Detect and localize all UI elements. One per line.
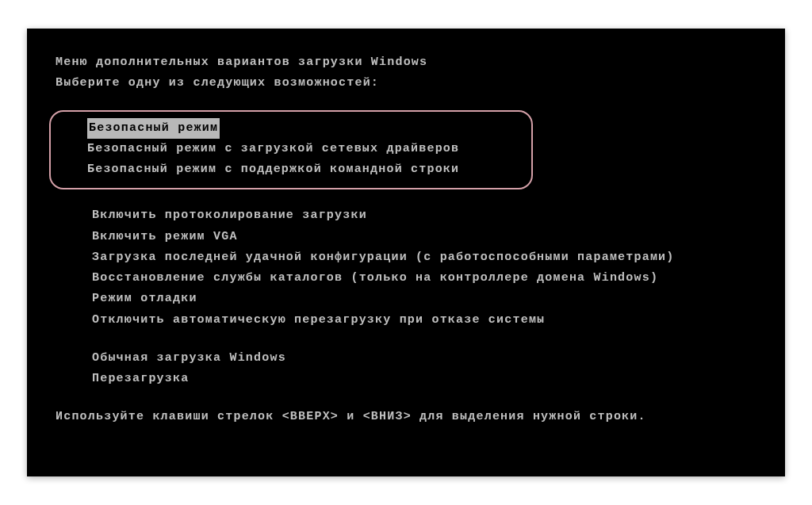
instructions-footer: Используйте клавиши стрелок <ВВЕРХ> и <В… [56,407,756,427]
option-vga-mode[interactable]: Включить режим VGA [92,227,756,247]
menu-subtitle: Выберите одну из следующих возможностей: [56,73,756,94]
option-last-known-good[interactable]: Загрузка последней удачной конфигурации … [92,247,756,268]
boot-menu-screen: Меню дополнительных вариантов загрузки W… [27,29,785,476]
advanced-options-group: Включить протоколирование загрузки Включ… [56,205,756,331]
option-start-normally[interactable]: Обычная загрузка Windows [92,348,756,369]
selected-option-text: Безопасный режим [87,118,220,139]
option-safe-mode-command[interactable]: Безопасный режим с поддержкой командной … [87,159,531,180]
normal-options-group: Обычная загрузка Windows Перезагрузка [56,348,756,390]
menu-title: Меню дополнительных вариантов загрузки W… [56,52,756,73]
safe-mode-highlight-box: Безопасный режим Безопасный режим с загр… [49,110,533,190]
option-boot-logging[interactable]: Включить протоколирование загрузки [92,205,756,226]
option-disable-auto-restart[interactable]: Отключить автоматическую перезагрузку пр… [92,310,756,331]
option-directory-services-restore[interactable]: Восстановление службы каталогов (только … [92,268,756,289]
option-safe-mode[interactable]: Безопасный режим [87,118,531,139]
option-reboot[interactable]: Перезагрузка [92,369,756,389]
option-debugging-mode[interactable]: Режим отладки [92,289,756,309]
option-safe-mode-networking[interactable]: Безопасный режим с загрузкой сетевых дра… [87,139,531,159]
